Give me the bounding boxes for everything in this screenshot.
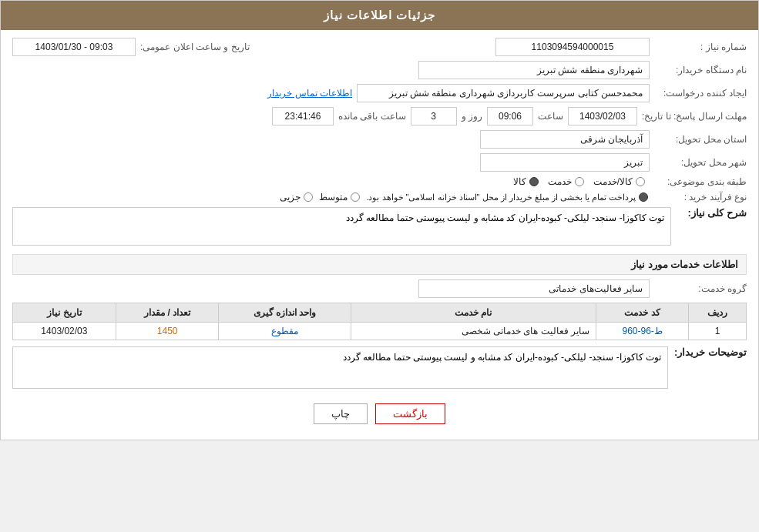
process-full-option: پرداخت تمام یا بخشی از مبلغ خریدار از مح… — [366, 192, 648, 202]
process-partial-radio — [304, 192, 313, 202]
category-both-label: کالا/خدمت — [593, 176, 633, 187]
category-goods-option: کالا — [513, 176, 539, 187]
response-deadline-row: مهلت ارسال پاسخ: تا تاریخ: 1403/02/03 سا… — [12, 107, 747, 125]
contact-link[interactable]: اطلاعات تماس خریدار — [267, 88, 352, 99]
buyer-org-row: نام دستگاه خریدار: شهرداری منطقه شش تبری… — [12, 61, 747, 79]
buyer-notes-section: توضیحات خریدار: — [12, 346, 747, 391]
category-goods-radio — [529, 177, 539, 186]
cell-unit: مقطوع — [219, 323, 351, 340]
service-group-label: گروه خدمت: — [654, 283, 747, 294]
creator-row: ایجاد کننده درخواست: محمدحسن کتابی سرپرس… — [12, 84, 747, 102]
col-name: نام خدمت — [351, 303, 596, 323]
process-medium-radio — [351, 192, 360, 202]
print-button[interactable]: چاپ — [314, 403, 368, 424]
announce-datetime-label: تاریخ و ساعت اعلان عمومی: — [140, 42, 250, 52]
response-time-value: 09:06 — [487, 107, 533, 125]
category-label: طبقه بندی موضوعی: — [654, 176, 747, 187]
need-number-label: شماره نیاز : — [654, 42, 747, 52]
category-service-option: خدمت — [548, 176, 584, 187]
category-row: طبقه بندی موضوعی: کالا/خدمت خدمت کالا — [12, 176, 747, 187]
buyer-org-value: شهرداری منطقه شش تبریز — [418, 61, 650, 79]
buyer-notes-label: توضیحات خریدار: — [674, 346, 747, 358]
creator-label: ایجاد کننده درخواست: — [654, 88, 747, 99]
response-days-label: روز و — [462, 111, 482, 122]
process-medium-label: متوسط — [319, 192, 348, 202]
process-partial-option: جزیی — [280, 192, 313, 202]
cell-quantity: 1450 — [116, 323, 219, 340]
category-goods-label: کالا — [513, 176, 526, 187]
page-title: جزئیات اطلاعات نیاز — [324, 8, 435, 22]
description-section: شرح کلی نیاز: — [12, 207, 747, 248]
col-row: ردیف — [689, 303, 747, 323]
response-time-label: ساعت — [538, 111, 563, 122]
province-row: استان محل تحویل: آذربایجان شرقی — [12, 130, 747, 149]
province-label: استان محل تحویل: — [654, 134, 747, 145]
announce-datetime-value: 1403/01/30 - 09:03 — [12, 38, 136, 56]
cell-row: 1 — [689, 323, 747, 340]
category-service-radio — [575, 177, 584, 186]
cell-name: سایر فعالیت های خدماتی شخصی — [351, 323, 596, 340]
province-value: آذربایجان شرقی — [480, 130, 650, 149]
services-section-title: اطلاعات خدمات مورد نیاز — [12, 254, 747, 275]
service-table: ردیف کد خدمت نام خدمت واحد اندازه گیری ت… — [12, 303, 747, 340]
table-row: 1 ط-96-960 سایر فعالیت های خدماتی شخصی م… — [13, 323, 747, 340]
response-date-value: 1403/02/03 — [568, 107, 637, 125]
buyer-org-label: نام دستگاه خریدار: — [654, 65, 747, 75]
city-value: تبریز — [480, 153, 650, 172]
col-code: کد خدمت — [596, 303, 688, 323]
process-label: نوع فرآیند خرید : — [654, 192, 747, 202]
description-textarea[interactable] — [12, 207, 671, 246]
col-date: تاریخ نیاز — [13, 303, 116, 323]
category-both-option: کالا/خدمت — [593, 176, 645, 187]
service-group-row: گروه خدمت: سایر فعالیت‌های خدماتی — [12, 279, 747, 298]
process-full-radio — [639, 192, 648, 202]
remaining-time-value: 23:41:46 — [272, 107, 334, 125]
cell-date: 1403/02/03 — [13, 323, 116, 340]
city-row: شهر محل تحویل: تبریز — [12, 153, 747, 172]
buyer-notes-textarea[interactable] — [12, 346, 668, 389]
description-label: شرح کلی نیاز: — [677, 207, 747, 219]
category-both-radio — [636, 177, 645, 186]
remaining-label: ساعت باقی مانده — [338, 111, 406, 122]
process-partial-label: جزیی — [280, 192, 301, 202]
col-quantity: تعداد / مقدار — [116, 303, 219, 323]
process-medium-option: متوسط — [319, 192, 360, 202]
response-days-value: 3 — [411, 107, 457, 125]
back-button[interactable]: بازگشت — [375, 403, 445, 424]
city-label: شهر محل تحویل: — [654, 157, 747, 168]
need-number-value: 1103094594000015 — [495, 38, 650, 56]
page-header: جزئیات اطلاعات نیاز — [1, 1, 758, 30]
button-row: بازگشت چاپ — [12, 396, 747, 432]
category-service-label: خدمت — [548, 176, 572, 187]
service-group-value: سایر فعالیت‌های خدماتی — [418, 279, 650, 298]
cell-code: ط-96-960 — [596, 323, 688, 340]
process-full-label: پرداخت تمام یا بخشی از مبلغ خریدار از مح… — [366, 192, 636, 202]
process-row: نوع فرآیند خرید : پرداخت تمام یا بخشی از… — [12, 192, 747, 202]
table-header-row: ردیف کد خدمت نام خدمت واحد اندازه گیری ت… — [13, 303, 747, 323]
need-number-row: شماره نیاز : 1103094594000015 تاریخ و سا… — [12, 38, 747, 56]
response-deadline-label: مهلت ارسال پاسخ: تا تاریخ: — [642, 111, 747, 122]
col-unit: واحد اندازه گیری — [219, 303, 351, 323]
creator-value: محمدحسن کتابی سرپرست کاربردازی شهرداری م… — [357, 84, 650, 102]
